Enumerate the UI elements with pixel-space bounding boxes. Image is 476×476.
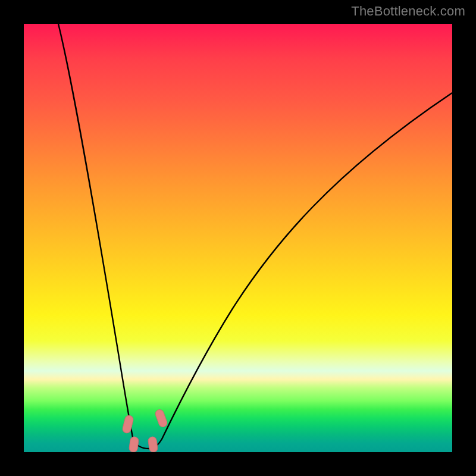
left-bracket-marker [122,415,134,434]
chart-svg [24,24,452,452]
bottleneck-curve [58,24,452,449]
right-bracket-marker [154,409,168,428]
plot-area [24,24,452,452]
right-base-marker [148,436,158,452]
left-base-marker [129,436,139,452]
watermark-text: TheBottleneck.com [351,4,465,19]
outer-frame: TheBottleneck.com [0,0,476,476]
